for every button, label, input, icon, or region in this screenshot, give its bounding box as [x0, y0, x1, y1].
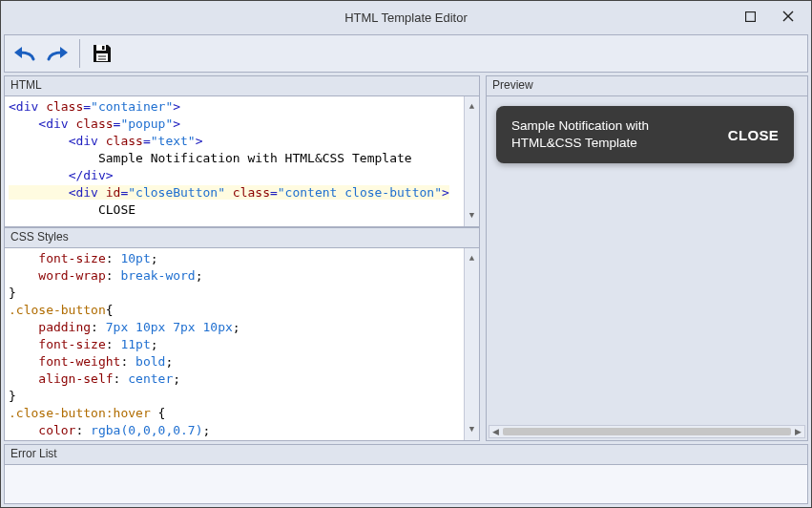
toolbar [4, 34, 808, 73]
scroll-down-icon: ▼ [469, 205, 474, 226]
notification-popup: Sample Notification with HTML&CSS Templa… [496, 106, 794, 163]
html-editor[interactable]: <div class="container"> <div class="popu… [4, 95, 480, 227]
preview-pane: Sample Notification with HTML&CSS Templa… [486, 95, 808, 441]
close-window-button[interactable] [769, 3, 807, 30]
redo-icon [45, 44, 70, 63]
maximize-icon [745, 11, 756, 22]
scroll-right-icon: ▶ [795, 427, 802, 436]
app-window: HTML Template Editor [0, 0, 812, 508]
scroll-up-icon: ▲ [469, 96, 474, 117]
save-icon [91, 42, 114, 65]
left-column: HTML <div class="container"> <div class=… [4, 75, 480, 441]
svg-rect-5 [96, 53, 108, 61]
undo-icon [12, 44, 37, 63]
css-editor[interactable]: font-size: 10pt; word-wrap: break-word; … [4, 247, 480, 441]
error-list-panel: Error List [4, 444, 808, 504]
html-panel-header: HTML [4, 75, 480, 95]
svg-rect-0 [745, 11, 755, 21]
html-scrollbar[interactable]: ▲ ▼ [464, 96, 479, 226]
notification-text: Sample Notification with HTML&CSS Templa… [511, 117, 693, 152]
preview-panel-header: Preview [486, 75, 808, 95]
scroll-track [503, 428, 791, 435]
redo-button[interactable] [41, 37, 73, 70]
scroll-down-icon: ▼ [469, 419, 474, 440]
window-controls [731, 3, 807, 30]
css-panel-header: CSS Styles [4, 227, 480, 247]
window-title: HTML Template Editor [344, 11, 468, 25]
preview-hscrollbar[interactable]: ◀ ▶ [489, 425, 805, 438]
svg-rect-4 [102, 46, 105, 50]
error-list-header: Error List [4, 444, 808, 464]
notification-close-button[interactable]: CLOSE [728, 127, 779, 143]
scroll-up-icon: ▲ [469, 248, 474, 269]
maximize-button[interactable] [731, 3, 769, 30]
right-column: Preview Sample Notification with HTML&CS… [486, 75, 808, 441]
close-icon [782, 11, 794, 22]
css-scrollbar[interactable]: ▲ ▼ [464, 248, 479, 440]
undo-button[interactable] [9, 37, 41, 70]
save-button[interactable] [86, 37, 118, 70]
toolbar-separator [79, 39, 80, 68]
error-list-body[interactable] [4, 464, 808, 504]
content-area: HTML <div class="container"> <div class=… [4, 75, 808, 441]
scroll-left-icon: ◀ [492, 427, 499, 436]
titlebar: HTML Template Editor [1, 1, 811, 33]
